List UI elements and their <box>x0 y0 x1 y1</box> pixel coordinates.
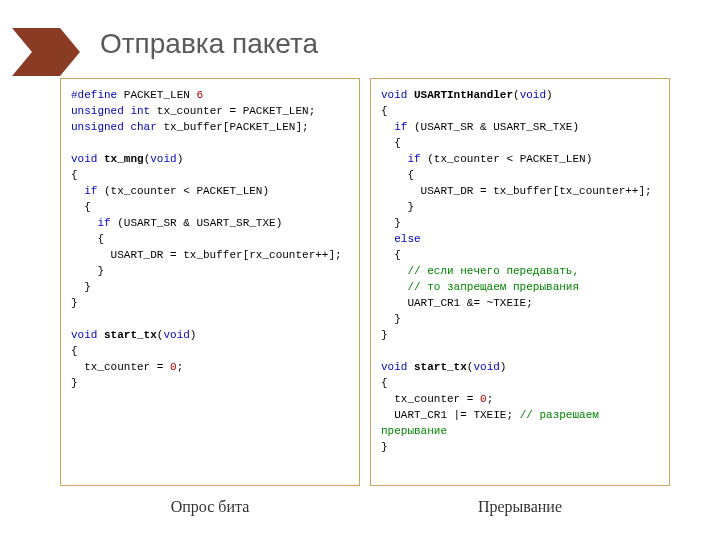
t: } <box>71 281 91 293</box>
t: } <box>381 201 414 213</box>
t: void <box>71 329 97 341</box>
t: void <box>473 361 499 373</box>
caption-polling: Опрос бита <box>60 498 360 516</box>
t: #define <box>71 89 117 101</box>
t: ) <box>177 153 184 165</box>
t: } <box>71 377 78 389</box>
t: else <box>394 233 420 245</box>
t <box>381 233 394 245</box>
t: UART_CR1 |= TXEIE; <box>381 409 520 421</box>
t: { <box>381 105 388 117</box>
t: { <box>381 249 401 261</box>
t: void <box>150 153 176 165</box>
t: } <box>381 329 388 341</box>
t: { <box>381 137 401 149</box>
t: // если нечего передавать, <box>407 265 579 277</box>
t: if <box>84 185 97 197</box>
t: start_tx <box>414 361 467 373</box>
t: } <box>381 313 401 325</box>
t: ) <box>500 361 507 373</box>
t <box>71 217 97 229</box>
t: UART_CR1 &= ~TXEIE; <box>381 297 533 309</box>
t: PACKET_LEN <box>117 89 196 101</box>
t <box>71 185 84 197</box>
t: (USART_SR & USART_SR_TXE) <box>407 121 579 133</box>
captions-row: Опрос бита Прерывание <box>60 498 670 516</box>
slide-accent-shape <box>12 28 82 76</box>
t: (tx_counter < PACKET_LEN) <box>97 185 269 197</box>
t: } <box>71 297 78 309</box>
t: void <box>71 153 97 165</box>
t: void <box>381 361 407 373</box>
t: void <box>520 89 546 101</box>
t: unsigned char <box>71 121 157 133</box>
t: USART_DR = tx_buffer[rx_counter++]; <box>71 249 342 261</box>
t: { <box>71 345 78 357</box>
code-columns: #define PACKET_LEN 6 unsigned int tx_cou… <box>60 78 670 486</box>
t: ) <box>190 329 197 341</box>
caption-interrupt: Прерывание <box>370 498 670 516</box>
t: ) <box>546 89 553 101</box>
t: tx_counter = <box>71 361 170 373</box>
t: 0 <box>480 393 487 405</box>
t: ; <box>487 393 494 405</box>
code-box-polling: #define PACKET_LEN 6 unsigned int tx_cou… <box>60 78 360 486</box>
t <box>381 265 407 277</box>
t: USART_DR = tx_buffer[tx_counter++]; <box>381 185 652 197</box>
t: { <box>71 169 78 181</box>
t: { <box>71 233 104 245</box>
t: tx_counter = PACKET_LEN; <box>150 105 315 117</box>
t: 0 <box>170 361 177 373</box>
t: if <box>407 153 420 165</box>
code-box-interrupt: void USARTIntHandler(void) { if (USART_S… <box>370 78 670 486</box>
t: void <box>163 329 189 341</box>
t: { <box>381 377 388 389</box>
t: } <box>381 217 401 229</box>
svg-marker-0 <box>12 28 80 76</box>
t: if <box>394 121 407 133</box>
t: { <box>381 169 414 181</box>
t: (USART_SR & USART_SR_TXE) <box>111 217 283 229</box>
t: tx_mng <box>104 153 144 165</box>
t: прерывание <box>381 425 447 437</box>
t: // разрешаем <box>520 409 599 421</box>
t <box>381 121 394 133</box>
t: start_tx <box>104 329 157 341</box>
t <box>381 153 407 165</box>
t: ; <box>177 361 184 373</box>
t: (tx_counter < PACKET_LEN) <box>421 153 593 165</box>
slide-title: Отправка пакета <box>100 28 318 60</box>
t: USARTIntHandler <box>414 89 513 101</box>
t: ( <box>513 89 520 101</box>
t: unsigned int <box>71 105 150 117</box>
t: tx_counter = <box>381 393 480 405</box>
t <box>381 281 407 293</box>
t: tx_buffer[PACKET_LEN]; <box>157 121 309 133</box>
t: } <box>71 265 104 277</box>
t: // то запрещаем прерывания <box>407 281 579 293</box>
t: } <box>381 441 388 453</box>
t: void <box>381 89 407 101</box>
t: if <box>97 217 110 229</box>
t: 6 <box>196 89 203 101</box>
t: { <box>71 201 91 213</box>
